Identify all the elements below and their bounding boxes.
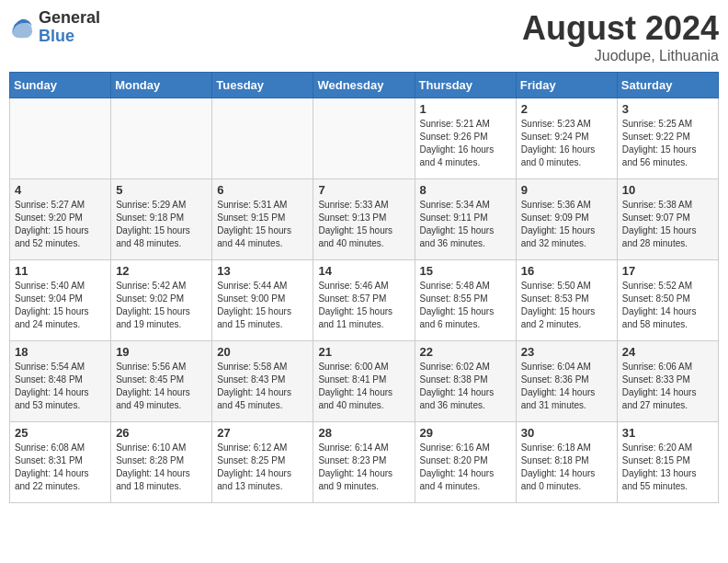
calendar-cell: 9Sunrise: 5:36 AMSunset: 9:09 PMDaylight…	[516, 179, 617, 260]
logo-text: General Blue	[39, 9, 100, 46]
calendar-cell: 21Sunrise: 6:00 AMSunset: 8:41 PMDayligh…	[313, 341, 415, 422]
day-number: 11	[15, 264, 106, 278]
title-block: August 2024 Juodupe, Lithuania	[522, 9, 719, 64]
day-number: 15	[420, 264, 511, 278]
day-info: Sunrise: 6:16 AMSunset: 8:20 PMDaylight:…	[420, 442, 511, 493]
day-header-wednesday: Wednesday	[313, 73, 415, 98]
day-info: Sunrise: 5:46 AMSunset: 8:57 PMDaylight:…	[318, 280, 409, 331]
day-info: Sunrise: 5:48 AMSunset: 8:55 PMDaylight:…	[420, 280, 511, 331]
calendar-cell: 3Sunrise: 5:25 AMSunset: 9:22 PMDaylight…	[617, 98, 718, 179]
day-number: 3	[622, 102, 713, 116]
day-header-saturday: Saturday	[617, 73, 718, 98]
calendar-cell	[313, 98, 415, 179]
calendar-cell: 13Sunrise: 5:44 AMSunset: 9:00 PMDayligh…	[212, 260, 313, 341]
logo-icon	[9, 15, 35, 40]
calendar-header-row: SundayMondayTuesdayWednesdayThursdayFrid…	[10, 73, 719, 98]
day-header-sunday: Sunday	[10, 73, 111, 98]
day-number: 18	[15, 345, 106, 359]
calendar-cell: 18Sunrise: 5:54 AMSunset: 8:48 PMDayligh…	[10, 341, 111, 422]
day-info: Sunrise: 5:29 AMSunset: 9:18 PMDaylight:…	[116, 199, 207, 250]
day-number: 8	[420, 183, 511, 197]
calendar-week-3: 11Sunrise: 5:40 AMSunset: 9:04 PMDayligh…	[10, 260, 719, 341]
calendar-cell: 19Sunrise: 5:56 AMSunset: 8:45 PMDayligh…	[111, 341, 212, 422]
calendar-cell	[10, 98, 111, 179]
calendar-cell: 28Sunrise: 6:14 AMSunset: 8:23 PMDayligh…	[313, 422, 415, 503]
title-location: Juodupe, Lithuania	[522, 48, 719, 64]
day-info: Sunrise: 5:58 AMSunset: 8:43 PMDaylight:…	[217, 361, 308, 412]
day-number: 19	[116, 345, 207, 359]
calendar-cell: 10Sunrise: 5:38 AMSunset: 9:07 PMDayligh…	[617, 179, 718, 260]
calendar-week-2: 4Sunrise: 5:27 AMSunset: 9:20 PMDaylight…	[10, 179, 719, 260]
day-number: 7	[318, 183, 409, 197]
day-info: Sunrise: 6:12 AMSunset: 8:25 PMDaylight:…	[217, 442, 308, 493]
day-info: Sunrise: 5:21 AMSunset: 9:26 PMDaylight:…	[420, 118, 511, 169]
day-number: 24	[622, 345, 713, 359]
day-number: 12	[116, 264, 207, 278]
day-info: Sunrise: 5:25 AMSunset: 9:22 PMDaylight:…	[622, 118, 713, 169]
day-header-thursday: Thursday	[415, 73, 516, 98]
day-header-friday: Friday	[516, 73, 617, 98]
day-info: Sunrise: 5:27 AMSunset: 9:20 PMDaylight:…	[15, 199, 106, 250]
calendar-week-4: 18Sunrise: 5:54 AMSunset: 8:48 PMDayligh…	[10, 341, 719, 422]
calendar-table: SundayMondayTuesdayWednesdayThursdayFrid…	[9, 72, 719, 503]
day-number: 1	[420, 102, 511, 116]
day-info: Sunrise: 6:04 AMSunset: 8:36 PMDaylight:…	[521, 361, 612, 412]
calendar-cell: 23Sunrise: 6:04 AMSunset: 8:36 PMDayligh…	[516, 341, 617, 422]
calendar-cell: 17Sunrise: 5:52 AMSunset: 8:50 PMDayligh…	[617, 260, 718, 341]
calendar-cell: 12Sunrise: 5:42 AMSunset: 9:02 PMDayligh…	[111, 260, 212, 341]
calendar-cell: 26Sunrise: 6:10 AMSunset: 8:28 PMDayligh…	[111, 422, 212, 503]
calendar-cell: 16Sunrise: 5:50 AMSunset: 8:53 PMDayligh…	[516, 260, 617, 341]
day-info: Sunrise: 5:42 AMSunset: 9:02 PMDaylight:…	[116, 280, 207, 331]
day-info: Sunrise: 5:52 AMSunset: 8:50 PMDaylight:…	[622, 280, 713, 331]
day-number: 29	[420, 426, 511, 440]
day-number: 6	[217, 183, 308, 197]
day-info: Sunrise: 6:08 AMSunset: 8:31 PMDaylight:…	[15, 442, 106, 493]
day-number: 30	[521, 426, 612, 440]
calendar-week-5: 25Sunrise: 6:08 AMSunset: 8:31 PMDayligh…	[10, 422, 719, 503]
day-info: Sunrise: 5:33 AMSunset: 9:13 PMDaylight:…	[318, 199, 409, 250]
day-info: Sunrise: 5:44 AMSunset: 9:00 PMDaylight:…	[217, 280, 308, 331]
calendar-week-1: 1Sunrise: 5:21 AMSunset: 9:26 PMDaylight…	[10, 98, 719, 179]
day-number: 25	[15, 426, 106, 440]
calendar-cell: 11Sunrise: 5:40 AMSunset: 9:04 PMDayligh…	[10, 260, 111, 341]
calendar-cell: 20Sunrise: 5:58 AMSunset: 8:43 PMDayligh…	[212, 341, 313, 422]
day-number: 23	[521, 345, 612, 359]
day-header-tuesday: Tuesday	[212, 73, 313, 98]
calendar-cell: 2Sunrise: 5:23 AMSunset: 9:24 PMDaylight…	[516, 98, 617, 179]
day-info: Sunrise: 5:31 AMSunset: 9:15 PMDaylight:…	[217, 199, 308, 250]
calendar-cell: 5Sunrise: 5:29 AMSunset: 9:18 PMDaylight…	[111, 179, 212, 260]
calendar-cell: 7Sunrise: 5:33 AMSunset: 9:13 PMDaylight…	[313, 179, 415, 260]
day-info: Sunrise: 5:50 AMSunset: 8:53 PMDaylight:…	[521, 280, 612, 331]
calendar-cell: 31Sunrise: 6:20 AMSunset: 8:15 PMDayligh…	[617, 422, 718, 503]
day-info: Sunrise: 6:02 AMSunset: 8:38 PMDaylight:…	[420, 361, 511, 412]
day-number: 4	[15, 183, 106, 197]
day-number: 20	[217, 345, 308, 359]
calendar-cell: 27Sunrise: 6:12 AMSunset: 8:25 PMDayligh…	[212, 422, 313, 503]
day-info: Sunrise: 6:18 AMSunset: 8:18 PMDaylight:…	[521, 442, 612, 493]
day-info: Sunrise: 5:56 AMSunset: 8:45 PMDaylight:…	[116, 361, 207, 412]
day-info: Sunrise: 6:06 AMSunset: 8:33 PMDaylight:…	[622, 361, 713, 412]
day-info: Sunrise: 5:54 AMSunset: 8:48 PMDaylight:…	[15, 361, 106, 412]
day-info: Sunrise: 5:23 AMSunset: 9:24 PMDaylight:…	[521, 118, 612, 169]
day-number: 26	[116, 426, 207, 440]
day-number: 5	[116, 183, 207, 197]
day-info: Sunrise: 5:40 AMSunset: 9:04 PMDaylight:…	[15, 280, 106, 331]
day-number: 2	[521, 102, 612, 116]
calendar-cell: 22Sunrise: 6:02 AMSunset: 8:38 PMDayligh…	[415, 341, 516, 422]
day-number: 9	[521, 183, 612, 197]
calendar-cell	[212, 98, 313, 179]
day-number: 17	[622, 264, 713, 278]
calendar-cell: 1Sunrise: 5:21 AMSunset: 9:26 PMDaylight…	[415, 98, 516, 179]
calendar-cell: 4Sunrise: 5:27 AMSunset: 9:20 PMDaylight…	[10, 179, 111, 260]
day-number: 27	[217, 426, 308, 440]
logo-general: General	[39, 9, 100, 28]
logo: General Blue	[9, 9, 100, 46]
calendar-cell: 29Sunrise: 6:16 AMSunset: 8:20 PMDayligh…	[415, 422, 516, 503]
calendar-cell	[111, 98, 212, 179]
day-info: Sunrise: 6:10 AMSunset: 8:28 PMDaylight:…	[116, 442, 207, 493]
calendar-cell: 14Sunrise: 5:46 AMSunset: 8:57 PMDayligh…	[313, 260, 415, 341]
day-number: 22	[420, 345, 511, 359]
day-header-monday: Monday	[111, 73, 212, 98]
day-number: 13	[217, 264, 308, 278]
day-number: 21	[318, 345, 409, 359]
